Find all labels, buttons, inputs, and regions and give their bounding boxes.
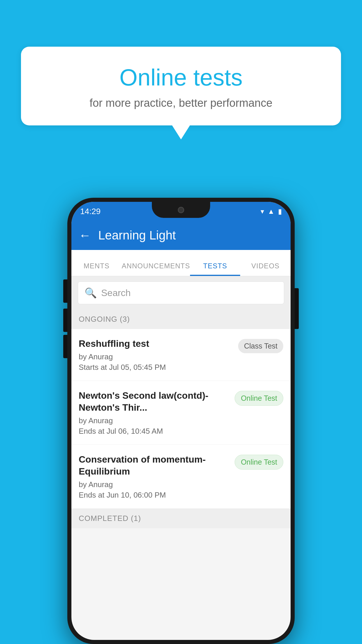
back-button[interactable]: ← xyxy=(79,229,91,242)
test-badge-online: Online Test xyxy=(235,391,283,406)
ongoing-section-header: ONGOING (3) xyxy=(71,309,291,329)
test-list: Reshuffling test by Anurag Starts at Jul… xyxy=(71,329,291,509)
tab-videos[interactable]: VIDEOS xyxy=(240,262,291,276)
search-input-wrapper[interactable]: 🔍 Search xyxy=(78,281,284,304)
battery-icon: ▮ xyxy=(278,207,282,216)
status-time: 14:29 xyxy=(80,207,101,216)
test-name: Conservation of momentum-Equilibrium xyxy=(79,454,229,478)
test-date: Starts at Jul 05, 05:45 PM xyxy=(79,363,232,372)
search-icon: 🔍 xyxy=(85,287,97,299)
test-by: by Anurag xyxy=(79,352,232,361)
phone-notch xyxy=(152,202,210,218)
test-by: by Anurag xyxy=(79,480,229,489)
camera xyxy=(178,207,184,213)
test-item[interactable]: Newton's Second law(contd)-Newton's Thir… xyxy=(71,381,291,445)
app-bar: ← Learning Light xyxy=(71,221,291,250)
test-badge-online-2: Online Test xyxy=(235,455,283,470)
search-bar: 🔍 Search xyxy=(71,276,291,309)
tab-ments[interactable]: MENTS xyxy=(71,262,122,276)
test-item[interactable]: Reshuffling test by Anurag Starts at Jul… xyxy=(71,329,291,381)
app-bar-title: Learning Light xyxy=(98,228,176,242)
test-date: Ends at Jul 06, 10:45 AM xyxy=(79,427,229,436)
test-date: Ends at Jun 10, 06:00 PM xyxy=(79,491,229,500)
speech-bubble-subtitle: for more practice, better performance xyxy=(36,97,326,109)
speech-bubble-title: Online tests xyxy=(36,64,326,91)
test-info: Conservation of momentum-Equilibrium by … xyxy=(79,454,229,500)
phone-outer: 14:29 ▾ ▲ ▮ ← Learning Light MENTS ANNOU… xyxy=(67,198,295,644)
test-info: Newton's Second law(contd)-Newton's Thir… xyxy=(79,390,229,436)
speech-bubble-container: Online tests for more practice, better p… xyxy=(21,47,341,125)
test-info: Reshuffling test by Anurag Starts at Jul… xyxy=(79,338,232,372)
test-name: Reshuffling test xyxy=(79,338,232,350)
tabs-bar: MENTS ANNOUNCEMENTS TESTS VIDEOS xyxy=(71,250,291,276)
test-badge-class: Class Test xyxy=(238,339,283,353)
status-icons: ▾ ▲ ▮ xyxy=(261,207,282,216)
completed-section-header: COMPLETED (1) xyxy=(71,509,291,528)
test-by: by Anurag xyxy=(79,416,229,425)
phone-inner: 14:29 ▾ ▲ ▮ ← Learning Light MENTS ANNOU… xyxy=(71,202,291,640)
speech-bubble: Online tests for more practice, better p… xyxy=(21,47,341,125)
signal-icon: ▲ xyxy=(268,207,275,216)
tab-announcements[interactable]: ANNOUNCEMENTS xyxy=(122,262,190,276)
test-item[interactable]: Conservation of momentum-Equilibrium by … xyxy=(71,445,291,509)
tab-tests[interactable]: TESTS xyxy=(190,262,240,276)
test-name: Newton's Second law(contd)-Newton's Thir… xyxy=(79,390,229,414)
phone-frame: 14:29 ▾ ▲ ▮ ← Learning Light MENTS ANNOU… xyxy=(67,198,295,644)
wifi-icon: ▾ xyxy=(261,207,264,216)
search-placeholder: Search xyxy=(101,288,131,298)
